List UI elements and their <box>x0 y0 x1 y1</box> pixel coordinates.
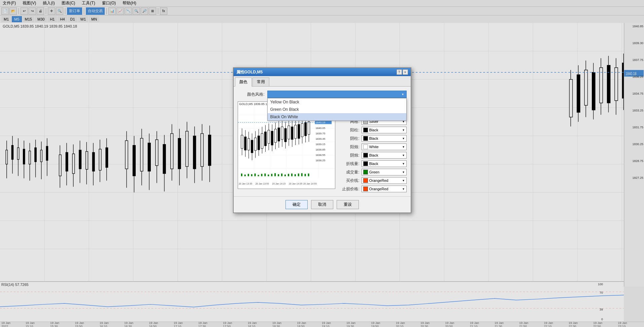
color-label-bear-bar: 阴柱: <box>339 136 360 141</box>
color-row-bear-candle: 阴烛: Black ▼ <box>339 152 407 159</box>
svg-rect-176 <box>284 174 286 176</box>
color-select-bull-candle[interactable]: White ▼ <box>362 143 407 150</box>
svg-rect-131 <box>258 136 260 150</box>
dialog-controls: ? × <box>397 69 408 75</box>
color-value-bear-bar: Black <box>369 136 378 140</box>
dropdown-option-yellow[interactable]: Yellow On Black <box>268 98 406 106</box>
chevron-down-icon-bull-candle: ▼ <box>402 145 405 149</box>
color-swatch-ask <box>363 178 368 183</box>
color-value-stoploss: OrangeRed <box>369 187 388 191</box>
svg-rect-172 <box>271 174 272 176</box>
chevron-down-icon-stoploss: ▼ <box>402 188 405 191</box>
color-row-bear-bar: 阴柱: Black ▼ <box>339 135 407 142</box>
svg-rect-183 <box>308 173 309 176</box>
svg-text:1838.85: 1838.85 <box>315 148 325 151</box>
chevron-down-icon-ask: ▼ <box>402 179 405 182</box>
color-style-dropdown[interactable]: ▼ <box>267 91 407 98</box>
svg-rect-153 <box>294 125 296 138</box>
svg-rect-121 <box>241 135 243 149</box>
color-select-bull-bar[interactable]: Black ▼ <box>362 127 407 133</box>
chevron-down-icon-bear-bar: ▼ <box>402 137 405 140</box>
svg-text:20 Jan 14:35: 20 Jan 14:35 <box>289 183 302 185</box>
color-swatch-bull-candle <box>363 144 368 149</box>
svg-rect-135 <box>264 132 266 146</box>
chevron-down-icon-volume: ▼ <box>402 171 405 174</box>
svg-rect-155 <box>298 124 300 138</box>
svg-text:20 Jan 13:55: 20 Jan 13:55 <box>255 183 269 185</box>
chevron-down-icon-line: ▼ <box>402 162 405 165</box>
svg-rect-180 <box>298 173 299 176</box>
dialog-close-button[interactable]: × <box>403 69 408 75</box>
color-select-line[interactable]: Black ▼ <box>362 160 407 167</box>
svg-text:1838.25: 1838.25 <box>315 159 325 162</box>
dialog-help-button[interactable]: ? <box>397 69 402 75</box>
color-row-ask: 买价线: OrangeRed ▼ <box>339 177 407 184</box>
svg-rect-161 <box>308 122 310 135</box>
color-select-bear-bar[interactable]: Black ▼ <box>362 135 407 142</box>
color-value-volume: Green <box>369 170 380 174</box>
color-row-bull-bar: 阳柱: Black ▼ <box>339 127 407 133</box>
tab-color[interactable]: 颜色 <box>235 77 252 87</box>
color-style-row: 颜色风格: ▼ Yellow On Black Green On Black B… <box>238 91 407 98</box>
svg-rect-166 <box>251 174 252 176</box>
svg-rect-174 <box>278 174 279 176</box>
color-swatch-bull-bar <box>363 128 368 132</box>
svg-rect-147 <box>284 128 286 142</box>
svg-text:1839.75: 1839.75 <box>315 132 325 135</box>
svg-rect-127 <box>251 140 253 153</box>
confirm-button[interactable]: 确定 <box>285 200 308 209</box>
color-style-dropdown-container: ▼ Yellow On Black Green On Black Black O… <box>267 91 407 98</box>
svg-rect-181 <box>301 173 302 176</box>
svg-rect-169 <box>261 174 262 176</box>
svg-rect-167 <box>254 173 256 176</box>
color-row-stoploss: 止损价格: OrangeRed ▼ <box>339 186 407 192</box>
svg-text:20 Jan 14:15: 20 Jan 14:15 <box>272 183 285 185</box>
color-label-bear-candle: 阴烛: <box>339 153 360 158</box>
dropdown-option-green[interactable]: Green On Black <box>268 106 406 113</box>
color-select-ask[interactable]: OrangeRed ▼ <box>362 177 407 184</box>
color-swatch-volume <box>363 170 368 174</box>
dialog-footer: 确定 取消 重设 <box>234 196 411 212</box>
dropdown-option-black-white[interactable]: Black On White <box>268 113 406 121</box>
color-label-bull-candle: 阳烛: <box>339 144 360 150</box>
color-select-bear-candle[interactable]: Black ▼ <box>362 152 407 159</box>
chevron-down-icon: ▼ <box>402 93 404 96</box>
color-swatch-bear-bar <box>363 136 368 141</box>
color-row-line: 折线量: Black ▼ <box>339 160 407 167</box>
svg-text:1839.45: 1839.45 <box>315 137 325 140</box>
dialog-content: 颜色风格: ▼ Yellow On Black Green On Black B… <box>234 87 411 196</box>
svg-rect-139 <box>271 131 273 145</box>
tab-general[interactable]: 常用 <box>252 77 269 86</box>
cancel-button[interactable]: 取消 <box>311 200 333 209</box>
svg-text:20 Jan 13:35: 20 Jan 13:35 <box>238 183 252 185</box>
color-label-volume: 成交量: <box>339 169 360 175</box>
color-label-line: 折线量: <box>339 161 360 167</box>
svg-rect-159 <box>304 123 306 136</box>
svg-rect-173 <box>274 173 276 176</box>
svg-rect-178 <box>291 173 292 176</box>
color-row-bull-candle: 阳烛: White ▼ <box>339 143 407 150</box>
color-swatch-stoploss <box>363 187 368 191</box>
svg-text:1840.05: 1840.05 <box>315 127 325 130</box>
svg-rect-182 <box>304 174 306 176</box>
svg-rect-151 <box>291 127 293 139</box>
reset-button[interactable]: 重设 <box>337 200 359 209</box>
svg-rect-171 <box>268 174 269 176</box>
svg-rect-177 <box>287 174 289 176</box>
svg-rect-168 <box>258 175 259 176</box>
color-swatch-line <box>363 161 368 166</box>
dialog-tabs: 颜色 常用 <box>234 76 411 87</box>
svg-rect-164 <box>244 174 245 176</box>
svg-rect-141 <box>274 129 276 142</box>
svg-rect-137 <box>268 130 270 143</box>
modal-overlay: 属性GOLD,M5 ? × 颜色 常用 颜色风格: ▼ <box>0 0 644 327</box>
svg-text:1840.19: 1840.19 <box>315 121 325 124</box>
color-label-stoploss: 止损价格: <box>339 186 360 192</box>
color-select-volume[interactable]: Green ▼ <box>362 169 407 175</box>
svg-rect-170 <box>264 173 266 176</box>
svg-text:1839.15: 1839.15 <box>315 143 325 146</box>
svg-rect-123 <box>244 137 246 150</box>
color-select-stoploss[interactable]: OrangeRed ▼ <box>362 186 407 192</box>
dropdown-list: Yellow On Black Green On Black Black On … <box>267 98 407 121</box>
properties-dialog: 属性GOLD,M5 ? × 颜色 常用 颜色风格: ▼ <box>233 67 411 213</box>
